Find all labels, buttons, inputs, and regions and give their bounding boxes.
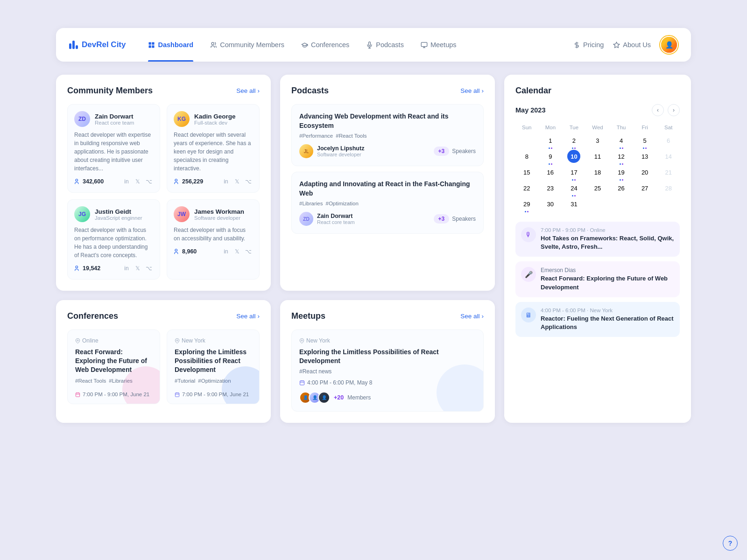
podcast-tags: #Libraries #Optimization <box>299 201 476 206</box>
github-icon[interactable]: ⌥ <box>145 264 153 273</box>
cal-day[interactable]: 6 <box>657 134 680 149</box>
event-title: React Forward: Exploring the Future of W… <box>541 274 674 291</box>
cal-day[interactable]: 14 <box>657 150 680 165</box>
nav-community[interactable]: Community Members <box>203 37 292 52</box>
members-count: +20 <box>334 394 344 401</box>
meetups-header: Meetups See all › <box>291 311 484 321</box>
cal-day[interactable]: 26 <box>610 182 633 196</box>
cal-day[interactable]: 27 <box>634 182 656 196</box>
cal-day[interactable]: 13 <box>634 150 656 165</box>
nav-community-label: Community Members <box>220 41 284 49</box>
conference-card: New York Exploring the Limitless Possibi… <box>167 329 260 404</box>
community-see-all[interactable]: See all › <box>236 87 260 94</box>
member-bio: React developer with several years of ex… <box>174 131 253 173</box>
pricing-icon <box>573 42 580 49</box>
cal-day-today[interactable]: 10 <box>563 150 585 165</box>
cal-day[interactable]: 18 <box>586 166 609 181</box>
cal-day[interactable]: 25 <box>586 182 609 196</box>
speakers-label: Speakers <box>452 216 476 222</box>
member-avatar: ZD <box>74 111 90 127</box>
social-icons: in 𝕏 ⌥ <box>122 177 153 186</box>
cal-day[interactable]: 1 <box>539 134 562 149</box>
members-label: Members <box>347 394 371 401</box>
cal-day[interactable]: 24 <box>563 182 585 196</box>
cal-day[interactable]: 30 <box>539 197 562 212</box>
nav-links: Dashboard Community Members Conferences … <box>141 37 573 52</box>
cal-day[interactable]: 8 <box>515 150 538 165</box>
calendar-month: May 2023 <box>515 106 546 114</box>
github-icon[interactable]: ⌥ <box>244 177 253 186</box>
svg-rect-22 <box>175 392 179 396</box>
cal-day[interactable]: 11 <box>586 150 609 165</box>
cal-day[interactable]: 4 <box>610 134 633 149</box>
cal-day[interactable]: 22 <box>515 182 538 196</box>
twitter-icon[interactable]: 𝕏 <box>233 177 241 186</box>
meetup-card: New York Exploring the Limitless Possibi… <box>291 329 484 412</box>
user-avatar[interactable]: 👤 <box>660 36 678 54</box>
member-name: Zain Dorwart <box>95 113 134 120</box>
speaker-role: React core team <box>317 219 355 225</box>
conf-location: New York <box>175 337 252 344</box>
linkedin-icon[interactable]: in <box>122 264 131 273</box>
meetups-see-all[interactable]: See all › <box>460 313 484 320</box>
followers-icon <box>174 248 180 255</box>
svg-point-12 <box>76 179 78 182</box>
svg-point-14 <box>76 266 78 268</box>
nav-dashboard-label: Dashboard <box>158 41 193 49</box>
tag: #Libraries <box>299 201 323 206</box>
cal-day[interactable]: 28 <box>657 182 680 196</box>
twitter-icon[interactable]: 𝕏 <box>134 177 142 186</box>
podcasts-see-all[interactable]: See all › <box>460 87 484 94</box>
pricing-label: Pricing <box>583 41 604 49</box>
cal-day[interactable]: 16 <box>539 166 562 181</box>
cal-day[interactable]: 12 <box>610 150 633 165</box>
github-icon[interactable]: ⌥ <box>145 177 153 186</box>
event-meta: 7:00 PM - 9:00 PM · Online <box>541 227 674 233</box>
conferences-see-all[interactable]: See all › <box>236 313 260 320</box>
podcast-card: Adapting and Innovating at React in the … <box>291 172 484 234</box>
location-icon <box>75 338 80 343</box>
podcasts-title: Podcasts <box>291 86 329 96</box>
members-grid: ZD Zain Dorwart React core team React de… <box>67 104 260 280</box>
cal-day[interactable]: 2 <box>563 134 585 149</box>
calendar-event: 🖥 4:00 PM - 6:00 PM · New York Reactor: … <box>515 302 680 337</box>
nav-about[interactable]: About Us <box>613 41 651 49</box>
nav-podcasts[interactable]: Podcasts <box>359 37 411 52</box>
cal-day[interactable]: 19 <box>610 166 633 181</box>
nav-pricing[interactable]: Pricing <box>573 41 604 49</box>
logo[interactable]: DevRel City <box>69 40 126 49</box>
conferences-title: Conferences <box>67 311 118 321</box>
cal-day[interactable]: 15 <box>515 166 538 181</box>
cal-day[interactable]: 9 <box>539 150 562 165</box>
cal-day <box>634 197 656 212</box>
location-icon <box>175 338 180 343</box>
member-followers: 8,960 <box>174 248 197 255</box>
cal-day[interactable]: 20 <box>634 166 656 181</box>
cal-day[interactable]: 5 <box>634 134 656 149</box>
linkedin-icon[interactable]: in <box>222 247 230 256</box>
calendar-icon <box>299 380 305 385</box>
cal-prev-btn[interactable]: ‹ <box>652 104 664 116</box>
github-icon[interactable]: ⌥ <box>244 247 253 256</box>
cal-day[interactable]: 17 <box>563 166 585 181</box>
event-icon: 🎙 <box>521 227 536 242</box>
cal-day[interactable]: 31 <box>563 197 585 212</box>
nav-conferences[interactable]: Conferences <box>294 37 357 52</box>
linkedin-icon[interactable]: in <box>122 177 131 186</box>
calendar-section: Calendar May 2023 ‹ › Sun Mon Tue Wed Th… <box>504 75 691 423</box>
podcasts-section: Podcasts See all › Advancing Web Develop… <box>280 75 495 291</box>
social-icons: in 𝕏 ⌥ <box>222 177 253 186</box>
member-card: JW James Workman Software developer Reac… <box>167 199 260 280</box>
cal-next-btn[interactable]: › <box>668 104 680 116</box>
cal-day[interactable]: 21 <box>657 166 680 181</box>
help-button[interactable]: ? <box>723 536 738 551</box>
svg-rect-7 <box>421 42 427 46</box>
cal-day[interactable]: 3 <box>586 134 609 149</box>
nav-dashboard[interactable]: Dashboard <box>141 37 201 52</box>
cal-day[interactable]: 29 <box>515 197 538 212</box>
twitter-icon[interactable]: 𝕏 <box>233 247 241 256</box>
linkedin-icon[interactable]: in <box>222 177 230 186</box>
nav-meetups[interactable]: Meetups <box>413 37 464 52</box>
twitter-icon[interactable]: 𝕏 <box>134 264 142 273</box>
cal-day[interactable]: 23 <box>539 182 562 196</box>
